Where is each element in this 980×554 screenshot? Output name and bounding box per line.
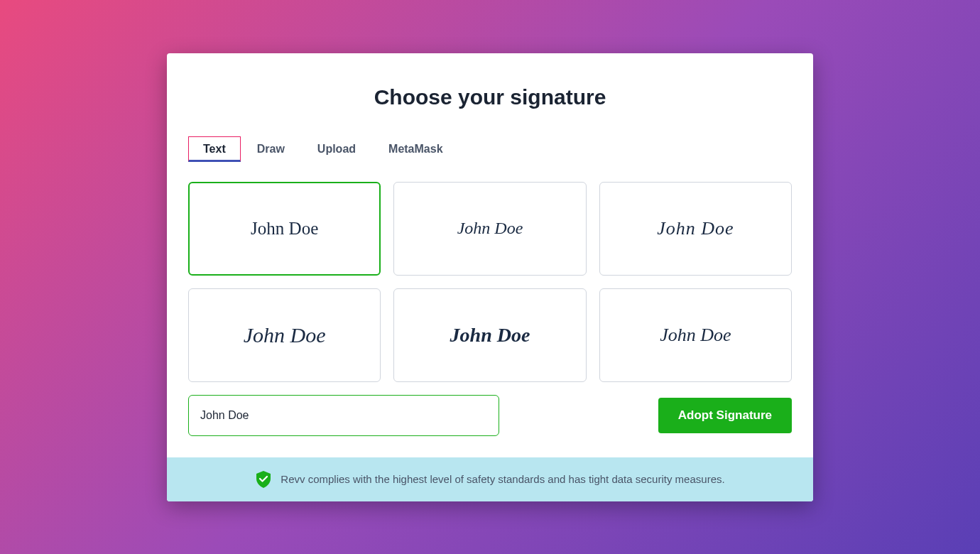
signature-label: John Doe — [251, 219, 318, 239]
compliance-text: Revv complies with the highest level of … — [281, 473, 724, 485]
modal-content: Choose your signature Text Draw Upload M… — [167, 53, 813, 457]
tab-draw[interactable]: Draw — [241, 136, 301, 162]
adopt-signature-button[interactable]: Adopt Signature — [658, 398, 792, 433]
signature-option-3[interactable]: John Doe — [599, 182, 792, 276]
signature-option-6[interactable]: John Doe — [599, 288, 792, 382]
signature-label: John Doe — [457, 219, 523, 238]
signature-option-1[interactable]: John Doe — [188, 182, 381, 276]
signature-label: John Doe — [660, 325, 731, 346]
signature-option-5[interactable]: John Doe — [393, 288, 586, 382]
signature-modal: Choose your signature Text Draw Upload M… — [167, 53, 813, 501]
signature-label: John Doe — [244, 323, 326, 347]
tabs: Text Draw Upload MetaMask — [188, 136, 792, 162]
signature-option-2[interactable]: John Doe — [393, 182, 586, 276]
shield-check-icon — [255, 470, 272, 489]
signature-label: John Doe — [657, 218, 734, 239]
tab-metamask[interactable]: MetaMask — [372, 136, 459, 162]
tab-text[interactable]: Text — [188, 136, 241, 162]
bottom-row: Adopt Signature — [188, 395, 792, 436]
signature-option-4[interactable]: John Doe — [188, 288, 381, 382]
tab-upload[interactable]: Upload — [301, 136, 372, 162]
signature-name-input[interactable] — [188, 395, 499, 436]
signature-label: John Doe — [450, 324, 530, 347]
compliance-footer: Revv complies with the highest level of … — [167, 457, 813, 501]
signature-grid: John Doe John Doe John Doe John Doe John… — [188, 182, 792, 382]
page-title: Choose your signature — [188, 85, 792, 109]
